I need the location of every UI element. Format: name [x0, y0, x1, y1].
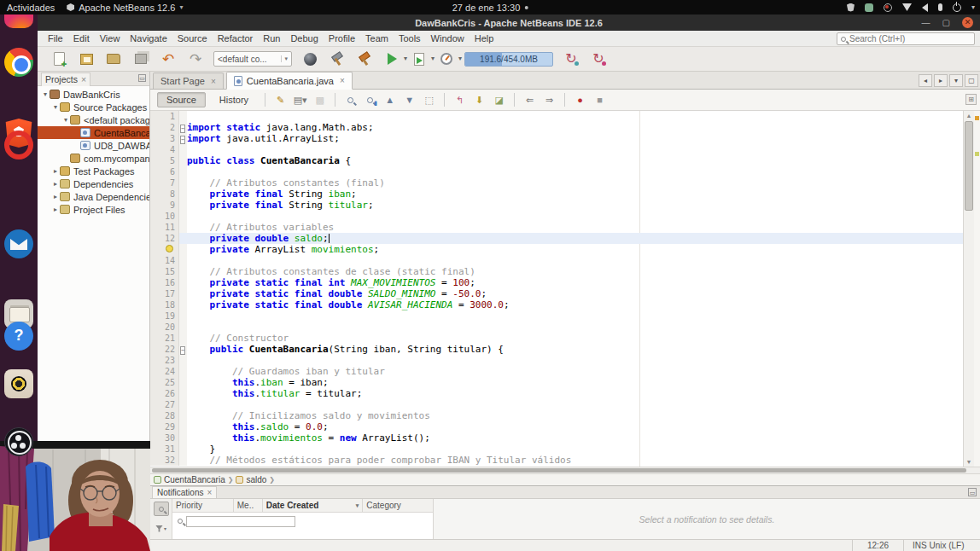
close-icon[interactable]: × [81, 74, 86, 84]
code-text[interactable]: private ArrayList movimientos; [187, 244, 963, 255]
code-text[interactable] [187, 310, 963, 322]
menu-run[interactable]: Run [258, 33, 285, 44]
tab-cuentabancaria-java[interactable]: CuentaBancaria.java× [226, 72, 353, 90]
dock-help-icon[interactable]: ? [4, 322, 33, 351]
debug-project-button[interactable] [410, 49, 429, 68]
find-next-icon[interactable]: ▼ [402, 93, 417, 107]
activities-button[interactable]: Actividades [7, 3, 55, 13]
menu-view[interactable]: View [95, 33, 125, 44]
code-text[interactable] [187, 144, 963, 155]
tree-item-project-files[interactable]: ▸Project Files [38, 203, 149, 216]
macro-disabled-icon[interactable]: ▩ [312, 93, 327, 107]
tree-item-dawbankcris[interactable]: ▾DawBankCris [38, 88, 149, 101]
horizontal-scrollbar-thumb[interactable] [152, 468, 966, 473]
power-icon[interactable] [953, 3, 961, 12]
dock-thunderbird-icon[interactable] [4, 229, 33, 258]
code-text[interactable] [187, 211, 963, 222]
column-header-date-created[interactable]: Date Created▾ [263, 499, 364, 512]
code-text[interactable]: import static java.lang.Math.abs; [187, 122, 963, 133]
projects-tab[interactable]: Projects × [41, 72, 90, 86]
last-edit-icon[interactable]: ✎ [273, 93, 288, 107]
tree-expander-icon[interactable]: ▾ [61, 116, 70, 124]
notifications-tab[interactable]: Notifications × [152, 486, 217, 498]
app-menu[interactable]: Apache NetBeans 12.6 ▾ [67, 3, 183, 13]
column-header-priority[interactable]: Priority [172, 499, 234, 512]
code-text[interactable]: // Atributos constantes de clase (static… [187, 266, 963, 277]
dock-chrome-icon[interactable] [4, 48, 33, 77]
back-icon[interactable]: ↰ [452, 93, 467, 107]
code-text[interactable]: } [187, 444, 963, 455]
clean-and-build-button[interactable] [355, 49, 374, 68]
menu-navigate[interactable]: Navigate [125, 33, 172, 44]
stop-macro-icon[interactable]: ■ [592, 93, 607, 107]
menu-profile[interactable]: Profile [324, 33, 360, 44]
new-file-button[interactable] [50, 49, 68, 68]
code-text[interactable]: public class CuentaBancaria { [187, 155, 963, 166]
code-text[interactable] [187, 322, 963, 333]
volume-icon[interactable] [922, 3, 928, 12]
next-bookmark-icon[interactable]: ⬇ [472, 93, 487, 107]
code-text[interactable]: private static final double SALDO_MINIMO… [187, 288, 963, 299]
undo-button[interactable]: ↶ [159, 49, 178, 68]
menu-edit[interactable]: Edit [68, 33, 95, 44]
tree-expander-icon[interactable]: ▸ [51, 193, 60, 200]
menu-tools[interactable]: Tools [394, 33, 426, 44]
tab-start-page[interactable]: Start Page× [153, 72, 224, 89]
code-text[interactable] [187, 355, 963, 366]
tree-expander-icon[interactable]: ▸ [51, 180, 60, 188]
project-configuration-combo[interactable]: <default co...▾ [213, 51, 292, 67]
tree-item-test-packages[interactable]: ▸Test Packages [38, 165, 149, 177]
column-header-me-[interactable]: Me.. [234, 499, 263, 512]
code-area[interactable]: 12−import static java.lang.Math.abs;3−im… [150, 111, 963, 467]
chevron-down-icon[interactable]: ▾ [971, 3, 975, 11]
shield-icon[interactable] [847, 3, 855, 12]
filter-button[interactable]: ▾ [154, 521, 169, 536]
open-project-button[interactable] [104, 49, 123, 68]
refresh-teal-button[interactable]: ↻ [562, 49, 580, 68]
error-stripe[interactable] [974, 111, 980, 467]
dock-firefox-partial-icon[interactable] [4, 14, 33, 28]
scroll-tabs-left-button[interactable]: ◂ [919, 74, 932, 87]
menu-window[interactable]: Window [426, 33, 470, 44]
fold-collapse-icon[interactable]: − [180, 136, 185, 144]
menu-refactor[interactable]: Refactor [213, 33, 259, 44]
code-text[interactable] [187, 399, 963, 410]
code-text[interactable]: // Atributos constantes (final) [187, 177, 963, 188]
tree-item-cuentabancaria-ja[interactable]: CuentaBancaria.ja [38, 126, 149, 139]
opened-documents-button[interactable]: ▾ [949, 74, 963, 87]
tree-item-java-dependencies[interactable]: ▸Java Dependencies [38, 190, 149, 203]
notifications-search-input[interactable] [186, 516, 295, 527]
code-text[interactable]: private static final double AVISAR_HACIE… [187, 299, 963, 310]
tree-item-dependencies[interactable]: ▸Dependencies [38, 177, 149, 190]
code-text[interactable]: this.titular = titular; [187, 388, 963, 399]
set-configuration-button[interactable] [300, 49, 319, 68]
minimize-panel-icon[interactable]: ▭ [968, 488, 977, 496]
history-view-button[interactable]: History [211, 92, 257, 107]
code-text[interactable]: // Constructor [187, 333, 963, 344]
search-box[interactable] [837, 32, 975, 45]
menu-source[interactable]: Source [172, 33, 213, 44]
find-selection-icon[interactable]: ▮ [363, 93, 377, 107]
record-icon[interactable] [884, 3, 892, 12]
microphone-icon[interactable] [938, 3, 942, 11]
search-input[interactable] [849, 34, 960, 44]
error-stripe-mark[interactable] [975, 152, 979, 156]
breadcrumb-item[interactable]: saldo [246, 475, 266, 484]
tree-expander-icon[interactable]: ▾ [51, 103, 60, 111]
code-text[interactable]: private static final int MAX_MOVIMIENTOS… [187, 277, 963, 288]
tree-expander-icon[interactable]: ▸ [51, 206, 60, 213]
close-icon[interactable]: × [340, 76, 345, 85]
code-text[interactable]: public CuentaBancaria(String iban, Strin… [187, 344, 963, 355]
menu-help[interactable]: Help [470, 33, 499, 44]
code-text[interactable] [187, 255, 963, 266]
record-macro-icon[interactable]: ● [573, 93, 587, 107]
code-text[interactable]: private final String titular; [187, 200, 963, 211]
dock-obs-icon[interactable] [4, 427, 33, 456]
maximize-window-button[interactable]: ▢ [965, 74, 978, 87]
shift-right-icon[interactable]: ⇒ [542, 93, 557, 107]
tree-item-source-packages[interactable]: ▾Source Packages [38, 101, 149, 113]
build-project-button[interactable] [328, 49, 347, 68]
maximize-button[interactable]: ▢ [942, 19, 950, 27]
code-text[interactable]: private double saldo; [187, 233, 963, 244]
close-icon[interactable]: × [211, 77, 216, 86]
